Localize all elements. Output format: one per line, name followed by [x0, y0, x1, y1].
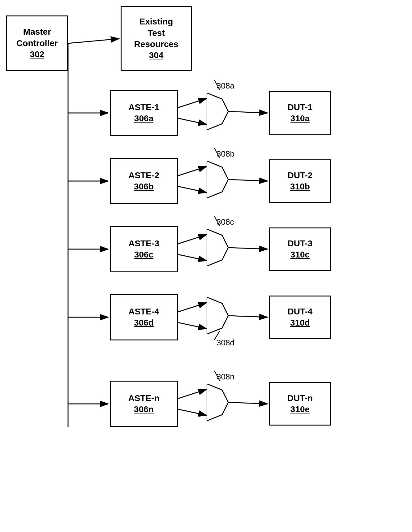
dut4-label: DUT-4: [288, 306, 313, 317]
dut3-label: DUT-3: [288, 238, 313, 249]
mux1-shape: [207, 93, 229, 130]
aste1-ref: 306a: [134, 113, 153, 124]
aste1-box: ASTE-1 306a: [110, 90, 178, 136]
aste1-label: ASTE-1: [128, 102, 159, 113]
master-controller-label: Master Controller: [16, 26, 58, 49]
aste3-box: ASTE-3 306c: [110, 226, 178, 272]
mux4-ref-label: 308d: [217, 338, 234, 348]
aste2-label: ASTE-2: [128, 170, 159, 181]
existing-test-resources-label: Existing Test Resources: [134, 16, 178, 50]
diagram-container: Master Controller 302 Existing Test Reso…: [0, 0, 412, 532]
svg-line-19: [178, 322, 207, 329]
svg-marker-33: [207, 384, 228, 421]
dut2-ref: 310b: [290, 181, 310, 192]
asten-ref: 306n: [134, 404, 154, 415]
svg-line-15: [178, 235, 207, 244]
existing-test-resources-ref: 304: [149, 50, 164, 61]
muxn-ref-label: 308n: [217, 372, 234, 382]
svg-line-9: [178, 98, 207, 108]
svg-line-17: [228, 248, 268, 249]
asten-box: ASTE-n 306n: [110, 381, 178, 427]
mux3-ref-label: 308c: [217, 217, 234, 227]
svg-line-12: [178, 167, 207, 176]
connection-lines: [0, 0, 412, 532]
svg-line-22: [178, 409, 207, 415]
dut3-box: DUT-3 310c: [269, 227, 331, 271]
svg-line-14: [228, 179, 268, 181]
svg-marker-31: [207, 229, 228, 266]
svg-line-10: [178, 118, 207, 124]
dut2-label: DUT-2: [288, 170, 313, 181]
svg-line-21: [178, 389, 207, 399]
mux2-shape: [207, 161, 229, 198]
dut1-ref: 310a: [290, 113, 310, 124]
master-controller-ref: 302: [30, 49, 45, 60]
svg-line-2: [68, 39, 119, 43]
aste4-box: ASTE-4 306d: [110, 294, 178, 340]
svg-marker-29: [207, 93, 228, 130]
svg-line-18: [178, 303, 207, 312]
aste2-ref: 306b: [134, 181, 154, 192]
svg-line-20: [228, 316, 268, 317]
mux1-ref-label: 308a: [217, 81, 234, 91]
svg-line-16: [178, 254, 207, 261]
master-controller-box: Master Controller 302: [6, 15, 68, 71]
existing-test-resources-box: Existing Test Resources 304: [121, 6, 192, 71]
mux2-ref-label: 308b: [217, 149, 234, 159]
svg-line-11: [228, 111, 268, 113]
dut4-box: DUT-4 310d: [269, 296, 331, 339]
aste3-ref: 306c: [134, 249, 153, 260]
dut1-box: DUT-1 310a: [269, 91, 331, 135]
dut1-label: DUT-1: [288, 102, 313, 113]
svg-marker-32: [207, 297, 228, 334]
dutn-label: DUT-n: [287, 393, 313, 404]
aste4-ref: 306d: [134, 317, 154, 328]
dut3-ref: 310c: [290, 249, 310, 260]
dutn-ref: 310e: [290, 404, 310, 415]
aste2-box: ASTE-2 306b: [110, 158, 178, 204]
svg-line-13: [178, 186, 207, 192]
svg-marker-30: [207, 161, 228, 198]
mux4-shape: [207, 297, 229, 334]
svg-line-23: [228, 402, 268, 404]
asten-label: ASTE-n: [128, 393, 159, 404]
muxn-shape: [207, 384, 229, 421]
aste4-label: ASTE-4: [128, 306, 159, 317]
mux3-shape: [207, 229, 229, 266]
aste3-label: ASTE-3: [128, 238, 159, 249]
dutn-box: DUT-n 310e: [269, 382, 331, 426]
dut4-ref: 310d: [290, 317, 310, 328]
dut2-box: DUT-2 310b: [269, 159, 331, 203]
